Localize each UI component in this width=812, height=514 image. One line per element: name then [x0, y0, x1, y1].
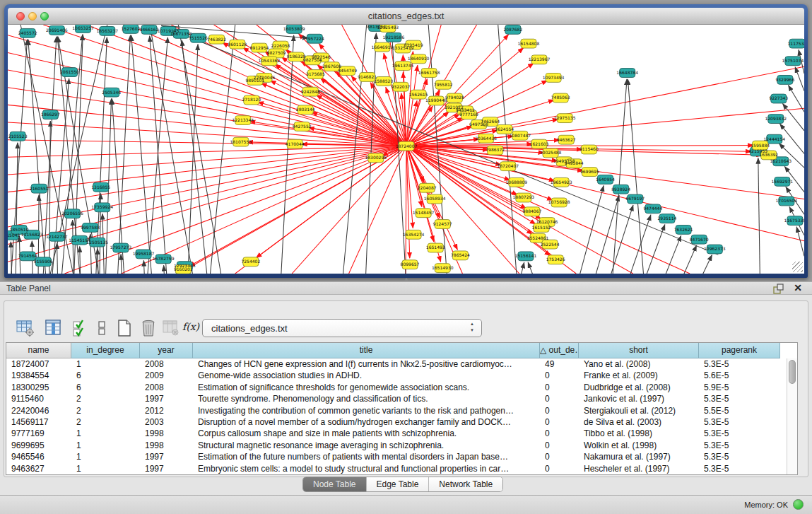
graph-node-label: 10025488 [540, 150, 562, 155]
table-cell: 5.3E-5 [699, 416, 780, 428]
graph-edge-black [528, 262, 549, 274]
graph-edge-red [8, 105, 406, 146]
graph-node-label: 7955812 [434, 82, 453, 87]
table-cell: 0 [540, 382, 579, 393]
table-row[interactable]: 1938455462009Genome-wide association stu… [6, 370, 784, 381]
table-row[interactable]: 969969511998Structural magnetic resonanc… [6, 440, 784, 451]
table-cell: 6 [71, 382, 140, 393]
column-header-short[interactable]: short [579, 343, 699, 358]
table-cell: 22420046 [6, 405, 71, 416]
table-cell: 9699695 [6, 440, 71, 451]
graph-node-label: 9794028 [445, 95, 464, 100]
table-cell: Yano et al. (2008) [579, 358, 699, 370]
float-icon[interactable] [773, 284, 784, 294]
table-row[interactable]: 2242004622012Investigating the contribut… [6, 405, 784, 416]
table-cell: 0 [540, 428, 579, 439]
table-cell: 9115460 [6, 393, 71, 404]
graph-node-label: 7254402 [241, 259, 260, 264]
table-cell: 5.3E-5 [699, 463, 780, 474]
table-row[interactable]: 1872400712008Changes of HCN gene express… [6, 358, 784, 370]
table-row[interactable]: 1456911722003Disruption of a novel membe… [6, 416, 784, 428]
application-desktop: citations_edges.txt 24055722069140610653… [0, 0, 812, 281]
column-header-pagerank[interactable]: pagerank [699, 343, 780, 358]
graph-node-label: 18720407 [497, 163, 519, 168]
table-cell: 2008 [140, 382, 193, 393]
delete-table-icon[interactable] [161, 318, 181, 338]
graph-node-label: 9699695 [580, 169, 599, 174]
table-cell: Franke et al. (2009) [579, 370, 699, 381]
graph-node-label: 8454749 [338, 68, 357, 73]
table-row[interactable]: 946554611997Estimation of the future num… [6, 451, 784, 462]
table-row[interactable]: 977716911998Corpus callosum shape and si… [6, 428, 784, 439]
graph-edge-black [672, 255, 712, 274]
graph-node-label: 7957224 [305, 36, 324, 41]
table-row[interactable]: 911546021997Tourette syndrome. Phenomeno… [6, 393, 784, 404]
table-cell: 2008 [140, 358, 193, 370]
table-row[interactable]: 946362711997Embryonic stem cells: a mode… [6, 463, 784, 474]
table-cell: Nakamura et al. (1997) [579, 451, 699, 462]
graph-node-label: 15524861 [527, 235, 549, 240]
network-canvas[interactable]: 2405572206914061065325718563237152760294… [8, 25, 804, 274]
table-cell: 2003 [140, 416, 193, 428]
column-header-in_degree[interactable]: in_degree [71, 343, 140, 358]
graph-node-label: 2226058 [271, 43, 290, 48]
table-row[interactable]: 1830029562008Estimation of significance … [6, 382, 784, 393]
function-builder-icon[interactable]: f(x) [182, 321, 202, 341]
graph-node-label: 16648784 [616, 70, 638, 75]
tab-node-table[interactable]: Node Table [303, 477, 367, 491]
graph-node-label: 16058934 [424, 197, 446, 201]
column-header-title[interactable]: title [193, 343, 540, 358]
row-height-icon[interactable] [92, 318, 112, 338]
graph-node-label: 2087682 [503, 27, 522, 32]
vertical-scrollbar[interactable] [787, 358, 797, 474]
graph-node-label: 7462664 [481, 119, 500, 124]
close-icon[interactable]: ✕ [794, 282, 802, 293]
graph-node-label: 11545194 [69, 238, 90, 243]
graph-node-label: 9997588 [81, 225, 100, 230]
graph-node-label: 2061550 [60, 69, 79, 74]
graph-node-label: 17957273 [110, 245, 132, 250]
column-header-name[interactable]: name [6, 343, 71, 358]
graph-node-label: 9777169 [459, 112, 478, 117]
table-cell: Investigating the contribution of common… [193, 405, 540, 416]
graph-node-label: 12213967 [529, 57, 551, 62]
network-window-titlebar[interactable]: citations_edges.txt [8, 8, 804, 25]
graph-node-label: 1850510 [10, 227, 29, 232]
graph-edge-red [8, 146, 406, 192]
column-select-icon[interactable] [71, 318, 90, 338]
table-cell: 1997 [140, 393, 193, 404]
graph-edge-black [590, 205, 633, 274]
tab-network-table[interactable]: Network Table [429, 477, 502, 491]
table-cell: Estimation of significance thresholds fo… [193, 382, 540, 393]
table-cell: 0 [540, 416, 579, 428]
table-selector-dropdown[interactable]: citations_edges.txt ▲▼ [202, 319, 482, 337]
tab-edge-table[interactable]: Edge Table [367, 477, 430, 491]
graph-node-label: 1640954 [596, 177, 615, 182]
table-cell: 5.3E-5 [699, 358, 780, 370]
table-settings-icon[interactable] [16, 318, 35, 338]
graph-node-label: 7485063 [551, 95, 570, 100]
graph-node-label: 8471670 [690, 237, 709, 242]
network-window[interactable]: citations_edges.txt 24055722069140610653… [4, 4, 808, 278]
graph-edge-black [656, 245, 697, 274]
table-cell: de Silva et al. (2003) [579, 416, 699, 428]
graph-edge-black [49, 121, 50, 274]
window-resize-grip[interactable] [792, 262, 803, 272]
column-header-out_de[interactable]: △ out_de… [540, 343, 579, 358]
table-rows: 1872400712008Changes of HCN gene express… [6, 358, 784, 474]
new-table-icon[interactable] [114, 318, 134, 338]
delete-rows-icon[interactable] [139, 318, 158, 338]
table-selector-value: citations_edges.txt [211, 323, 288, 334]
graph-edge-red [256, 146, 406, 258]
graph-node-label: 7986372 [486, 148, 505, 153]
column-header-year[interactable]: year [140, 343, 193, 358]
column-visibility-icon[interactable] [44, 318, 64, 338]
table-panel-title: Table Panel [6, 284, 51, 293]
graph-node-label: 9827509 [267, 50, 286, 55]
dropdown-arrows-icon: ▲▼ [470, 322, 474, 334]
graph-node-label: 12093832 [765, 116, 787, 121]
scrollbar-thumb[interactable] [789, 360, 796, 384]
graph-node-label: 20364436 [475, 136, 497, 141]
table-cell: 18300295 [6, 382, 71, 393]
graph-edge-black [628, 79, 648, 274]
